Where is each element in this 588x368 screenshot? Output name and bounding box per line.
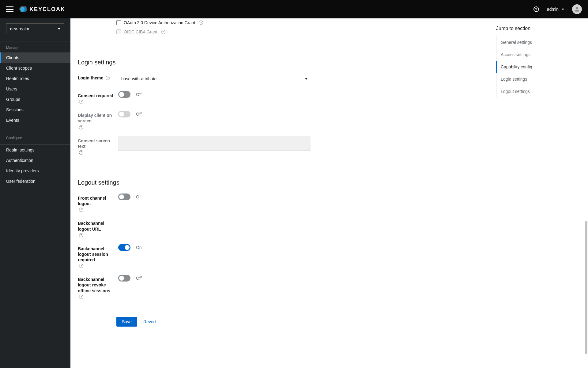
consent-text-label: Consent screen text ? <box>78 136 118 155</box>
login-theme-label: Login theme ? <box>78 73 118 81</box>
sidebar-item-events[interactable]: Events <box>0 115 70 125</box>
help-icon[interactable]: ? <box>79 150 83 155</box>
backchannel-session-label: Backchannel logout session required ? <box>78 244 118 268</box>
checkbox-oidc-ciba <box>116 29 121 34</box>
jump-logout-settings[interactable]: Logout settings <box>496 85 581 98</box>
consent-required-label: Consent required ? <box>78 91 118 104</box>
user-name: admin <box>547 7 559 12</box>
jump-capability-config[interactable]: Capability config <box>496 61 581 73</box>
login-theme-select[interactable]: base-with-attribute <box>118 73 311 84</box>
help-icon[interactable]: ? <box>79 125 83 129</box>
help-icon[interactable]: ? <box>79 264 83 268</box>
sidebar-item-identity-providers[interactable]: Identity providers <box>0 166 70 176</box>
help-icon[interactable]: ? <box>161 30 165 34</box>
jump-access-settings[interactable]: Access settings <box>496 48 581 61</box>
sidebar-item-client-scopes[interactable]: Client scopes <box>0 63 70 73</box>
hamburger-icon[interactable] <box>6 6 13 12</box>
consent-text-textarea <box>118 136 311 151</box>
sidebar-nav: dev-realm Manage Clients Client scopes R… <box>0 18 70 368</box>
realm-selector[interactable]: dev-realm <box>6 23 64 34</box>
checkbox-oauth-device[interactable] <box>116 20 121 25</box>
nav-section-configure-label: Configure <box>0 132 70 143</box>
sidebar-item-users[interactable]: Users <box>0 84 70 94</box>
jump-panel: Jump to section General settings Access … <box>496 18 588 368</box>
backchannel-revoke-switch[interactable] <box>118 275 130 282</box>
help-icon[interactable]: ? <box>79 295 83 299</box>
oauth-device-label: OAuth 2.0 Device Authorization Grant <box>124 20 195 25</box>
help-icon[interactable]: ? <box>106 76 110 80</box>
user-menu[interactable]: admin <box>547 7 564 12</box>
backchannel-session-switch[interactable] <box>118 244 130 251</box>
caret-down-icon <box>305 78 307 80</box>
oidc-ciba-label: OIDC CIBA Grant <box>124 29 157 34</box>
consent-required-switch[interactable] <box>118 91 130 98</box>
jump-general-settings[interactable]: General settings <box>496 36 581 48</box>
app-header: KEYCLOAK ? admin <box>0 0 588 18</box>
header-left: KEYCLOAK <box>6 6 65 13</box>
front-channel-value: Off <box>136 194 141 199</box>
front-channel-switch[interactable] <box>118 194 130 200</box>
backchannel-revoke-label: Backchannel logout revoke offline sessio… <box>78 275 118 299</box>
display-client-value: Off <box>136 112 141 117</box>
main-content: OAuth 2.0 Device Authorization Grant ? O… <box>70 18 588 368</box>
consent-required-value: Off <box>136 92 141 97</box>
user-icon <box>574 6 580 12</box>
sidebar-item-realm-roles[interactable]: Realm roles <box>0 73 70 84</box>
svg-point-3 <box>576 7 578 9</box>
display-client-switch <box>118 111 130 117</box>
sidebar-item-sessions[interactable]: Sessions <box>0 105 70 115</box>
brand-logo[interactable]: KEYCLOAK <box>19 6 65 13</box>
front-channel-label: Front channel logout ? <box>78 194 118 212</box>
jump-title: Jump to section <box>496 26 581 31</box>
help-icon[interactable]: ? <box>199 21 203 25</box>
sidebar-item-clients[interactable]: Clients <box>0 52 70 63</box>
backchannel-session-value: On <box>136 245 142 250</box>
sidebar-item-user-federation[interactable]: User federation <box>0 176 70 186</box>
save-button[interactable]: Save <box>116 317 137 327</box>
avatar[interactable] <box>572 4 582 14</box>
sidebar-item-authentication[interactable]: Authentication <box>0 155 70 166</box>
oauth-device-grant-row: OAuth 2.0 Device Authorization Grant ? <box>116 20 311 25</box>
sidebar-item-realm-settings[interactable]: Realm settings <box>0 145 70 155</box>
help-icon[interactable]: ? <box>533 6 539 12</box>
login-theme-value: base-with-attribute <box>121 76 156 81</box>
display-client-label: Display client on screen ? <box>78 111 118 129</box>
logout-settings-heading: Logout settings <box>78 179 311 186</box>
login-settings-heading: Login settings <box>78 59 311 66</box>
jump-list: General settings Access settings Capabil… <box>496 36 581 98</box>
scrollbar[interactable] <box>584 18 588 368</box>
revert-button[interactable]: Revert <box>143 319 156 324</box>
help-icon[interactable]: ? <box>79 233 83 237</box>
jump-login-settings[interactable]: Login settings <box>496 73 581 85</box>
backchannel-url-input[interactable] <box>118 219 311 227</box>
help-icon[interactable]: ? <box>79 208 83 212</box>
sidebar-item-groups[interactable]: Groups <box>0 94 70 105</box>
nav-section-manage-label: Manage <box>0 41 70 52</box>
keycloak-logo-icon <box>19 6 28 12</box>
backchannel-revoke-value: Off <box>136 276 141 281</box>
caret-down-icon <box>58 28 60 30</box>
realm-name: dev-realm <box>10 26 29 31</box>
brand-text: KEYCLOAK <box>29 6 65 13</box>
backchannel-url-label: Backchannel logout URL ? <box>78 219 118 237</box>
form-actions: Save Revert <box>78 311 311 327</box>
header-right: ? admin <box>533 4 582 14</box>
help-icon[interactable]: ? <box>79 100 83 104</box>
oidc-ciba-grant-row: OIDC CIBA Grant ? <box>116 29 311 34</box>
scroll-area[interactable]: OAuth 2.0 Device Authorization Grant ? O… <box>70 18 496 368</box>
caret-down-icon <box>562 9 564 10</box>
